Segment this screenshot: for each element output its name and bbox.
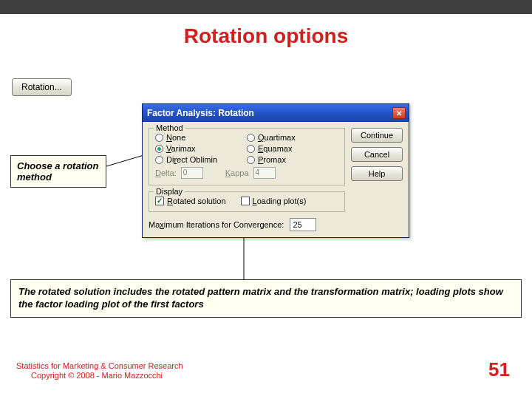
help-button[interactable]: Help [351,166,403,181]
rotation-button-wrap: Rotation... [7,74,76,100]
radio-icon [155,156,163,164]
max-iterations-row: Maximum Iterations for Convergence: 25 [149,218,345,231]
display-group-label: Display [154,187,185,196]
slide-footer: Statistics for Marketing & Consumer Rese… [0,358,532,381]
radio-none[interactable]: None [155,133,247,142]
radio-icon [247,145,255,153]
callout-choose-rotation: Choose a rotation method [10,155,106,188]
radio-equamax[interactable]: Equamax [247,144,338,153]
delta-input[interactable]: 0 [181,167,203,179]
radio-promax[interactable]: Promax [247,155,338,164]
radio-icon [155,134,163,142]
radio-icon [247,134,255,142]
max-iterations-input[interactable]: 25 [290,218,316,231]
close-icon[interactable]: ✕ [392,107,406,119]
radio-direct-oblimin[interactable]: Direct Oblimin [155,155,247,164]
slide-topbar [0,0,532,14]
rotation-dialog: Factor Analysis: Rotation ✕ Method None … [142,103,409,238]
delta-row: Delta: 0 [155,167,203,179]
page-number: 51 [488,358,532,381]
radio-varimax[interactable]: Varimax [155,144,247,153]
credit-line-2: Copyright © 2008 - Mario Mazzocchi [16,371,488,381]
checkbox-icon [241,197,250,205]
method-group: Method None Quartimax Varimax Equamax Di… [149,128,345,185]
credit-line-1: Statistics for Marketing & Consumer Rese… [16,361,488,372]
checkbox-icon [155,197,164,205]
radio-quartimax[interactable]: Quartimax [247,133,338,142]
check-rotated-solution[interactable]: Rotated solution [155,197,226,205]
dialog-titlebar: Factor Analysis: Rotation ✕ [143,104,409,122]
slide-title: Rotation options [0,24,532,48]
kappa-input[interactable]: 4 [253,167,276,179]
kappa-row: Kappa 4 [225,167,276,179]
rotation-button[interactable]: Rotation... [12,78,72,96]
continue-button[interactable]: Continue [351,128,403,143]
dialog-title: Factor Analysis: Rotation [147,108,254,118]
callout-rotated-explain: The rotated solution includes the rotate… [10,279,522,318]
display-group: Display Rotated solution Loading plot(s) [149,191,345,212]
radio-icon [155,145,163,153]
check-loading-plots[interactable]: Loading plot(s) [241,197,307,205]
cancel-button[interactable]: Cancel [351,147,403,162]
radio-icon [247,156,255,164]
method-group-label: Method [154,123,185,132]
